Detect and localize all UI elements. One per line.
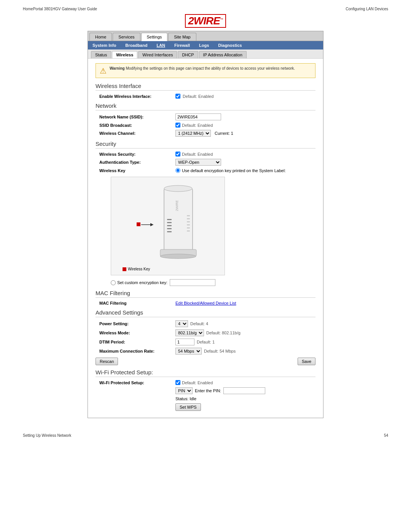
wireless-mode-select[interactable]: 802.11b/g: [175, 329, 204, 336]
logo-text: 2WIRE: [188, 15, 220, 27]
wps-status-value: Status: Idle: [175, 396, 196, 401]
wireless-security-checkbox-label[interactable]: Default: Enabled: [175, 152, 213, 157]
tab-settings[interactable]: Settings: [141, 33, 168, 41]
power-setting-select[interactable]: 4: [175, 320, 188, 327]
svg-rect-3: [167, 222, 172, 223]
ssid-broadcast-label: SSID Broadcast:: [99, 123, 175, 128]
logo-area: 2WIRE™: [0, 13, 411, 31]
tab-dhcp[interactable]: DHCP: [178, 51, 198, 58]
wps-method-select[interactable]: PIN: [175, 387, 193, 394]
wifi-protected-value: Default: Enabled: [175, 380, 213, 385]
warning-prefix: Warning: [110, 66, 125, 70]
tab-wireless[interactable]: Wireless: [112, 51, 137, 58]
set-wps-row: Set WPS: [96, 403, 315, 411]
tab-status[interactable]: Status: [91, 51, 111, 58]
legend-square: [123, 267, 126, 271]
header-left: HomePortal 3801HGV Gateway User Guide: [23, 7, 97, 11]
dtim-value: Default: 1: [175, 339, 215, 345]
use-default-key-radio[interactable]: [175, 168, 180, 173]
ssid-broadcast-checkbox-label[interactable]: Default: Enabled: [175, 123, 213, 128]
wireless-key-row: Wireless Key Use default encryption key …: [96, 168, 315, 173]
ssid-row: Network Name (SSID):: [96, 113, 315, 120]
tab-ip-allocation[interactable]: IP Address Allocation: [199, 51, 247, 58]
set-custom-row: Set custom encryption key:: [111, 279, 315, 286]
mac-filtering-value: Edit Blocked/Allowed Device List: [175, 301, 236, 305]
max-rate-select[interactable]: 54 Mbps: [175, 348, 202, 355]
max-rate-label: Maximum Connection Rate:: [99, 349, 175, 353]
auth-type-select[interactable]: WEP-Open: [175, 159, 221, 166]
wireless-mode-label: Wireless Mode:: [99, 331, 175, 335]
page-header: HomePortal 3801HGV Gateway User Guide Co…: [0, 0, 411, 13]
auth-type-value: WEP-Open: [175, 159, 221, 166]
dtim-input[interactable]: [175, 339, 194, 345]
sub-nav: System Info Broadband LAN Firewall Logs …: [88, 41, 323, 50]
custom-key-input[interactable]: [170, 279, 215, 286]
content-area: ⚠ Warning Modifying the settings on this…: [88, 59, 323, 418]
channel-value: 1 (2412 MHz) Current: 1: [175, 130, 233, 137]
wireless-key-label: Wireless Key: [99, 168, 175, 173]
svg-text:2WIRE: 2WIRE: [175, 200, 179, 211]
wps-method-value: PIN Enter the PIN:: [175, 387, 265, 394]
wps-method-row: PIN Enter the PIN:: [96, 387, 315, 394]
ssid-input[interactable]: [175, 113, 221, 120]
wifi-protected-checkbox[interactable]: [175, 380, 180, 385]
max-rate-value: 54 Mbps Default: 54 Mbps: [175, 348, 236, 355]
wireless-security-label: Wireless Security:: [99, 152, 175, 157]
header-right: Configuring LAN Devices: [346, 7, 388, 11]
set-custom-radio[interactable]: [111, 280, 116, 285]
set-custom-label: Set custom encryption key:: [117, 280, 167, 285]
power-setting-label: Power Setting:: [99, 321, 175, 326]
use-default-key-label[interactable]: Use default encryption key printed on th…: [175, 168, 286, 173]
auth-type-row: Authentication Type: WEP-Open: [96, 159, 315, 166]
svg-rect-7: [187, 215, 190, 216]
wireless-mode-value: 802.11b/g Default: 802.11b/g: [175, 329, 241, 336]
ssid-value: [175, 113, 221, 120]
sub-nav-lan[interactable]: LAN: [155, 42, 167, 48]
mac-filtering-label: MAC Filtering: [99, 301, 175, 305]
mac-filtering-row: MAC Filtering Edit Blocked/Allowed Devic…: [96, 301, 315, 305]
channel-select[interactable]: 1 (2412 MHz): [175, 130, 211, 137]
mac-filtering-header: MAC Filtering: [96, 290, 315, 298]
tab-wired-interfaces[interactable]: Wired Interfaces: [138, 51, 177, 58]
svg-rect-9: [187, 221, 190, 222]
rescan-button[interactable]: Rescan: [96, 358, 118, 365]
tab-services[interactable]: Services: [113, 33, 140, 41]
wifi-protected-header: Wi-Fi Protected Setup:: [96, 369, 315, 377]
wifi-protected-checkbox-label[interactable]: Default: Enabled: [175, 380, 213, 385]
mac-filtering-link[interactable]: Edit Blocked/Allowed Device List: [175, 301, 236, 305]
set-custom-radio-label[interactable]: Set custom encryption key:: [111, 280, 167, 285]
brand-logo: 2WIRE™: [185, 14, 226, 28]
save-button[interactable]: Save: [298, 358, 315, 365]
channel-row: Wireless Channel: 1 (2412 MHz) Current: …: [96, 130, 315, 137]
pin-input[interactable]: [223, 387, 265, 394]
warning-icon: ⚠: [100, 66, 107, 75]
nav-tabs: Home Services Settings Site Map: [88, 31, 323, 41]
wps-status-text: Status: Idle: [175, 396, 196, 401]
router-legend: Wireless Key: [115, 267, 221, 271]
wireless-security-default: Default: Enabled: [182, 152, 213, 157]
ssid-label: Network Name (SSID):: [99, 115, 175, 119]
ssid-broadcast-checkbox[interactable]: [175, 123, 180, 128]
auth-type-label: Authentication Type:: [99, 160, 175, 165]
dtim-default: Default: 1: [197, 340, 215, 344]
max-rate-default: Default: 54 Mbps: [204, 349, 236, 353]
router-image-area: 2WIRE Wireless Key: [111, 177, 225, 275]
button-row: Rescan Save: [96, 358, 315, 365]
sub-nav-firewall[interactable]: Firewall: [173, 42, 191, 48]
tab-sitemap[interactable]: Site Map: [168, 33, 196, 41]
advanced-settings-header: Advanced Settings: [96, 309, 315, 317]
set-wps-button[interactable]: Set WPS: [175, 403, 201, 411]
content-tabs: Status Wireless Wired Interfaces DHCP IP…: [88, 50, 323, 59]
logo-tm: ™: [220, 18, 223, 21]
sub-nav-logs[interactable]: Logs: [198, 42, 210, 48]
enable-wireless-checkbox-label[interactable]: [175, 94, 180, 99]
wireless-security-checkbox[interactable]: [175, 152, 180, 157]
sub-nav-broadband[interactable]: Broadband: [124, 42, 149, 48]
ssid-broadcast-value: Default: Enabled: [175, 123, 213, 128]
sub-nav-diagnostics[interactable]: Diagnostics: [217, 42, 243, 48]
footer-right: 54: [384, 433, 388, 438]
enable-wireless-checkbox[interactable]: [175, 94, 180, 99]
tab-home[interactable]: Home: [89, 33, 112, 41]
power-setting-value: 4 Default: 4: [175, 320, 208, 327]
sub-nav-system-info[interactable]: System Info: [91, 42, 118, 48]
